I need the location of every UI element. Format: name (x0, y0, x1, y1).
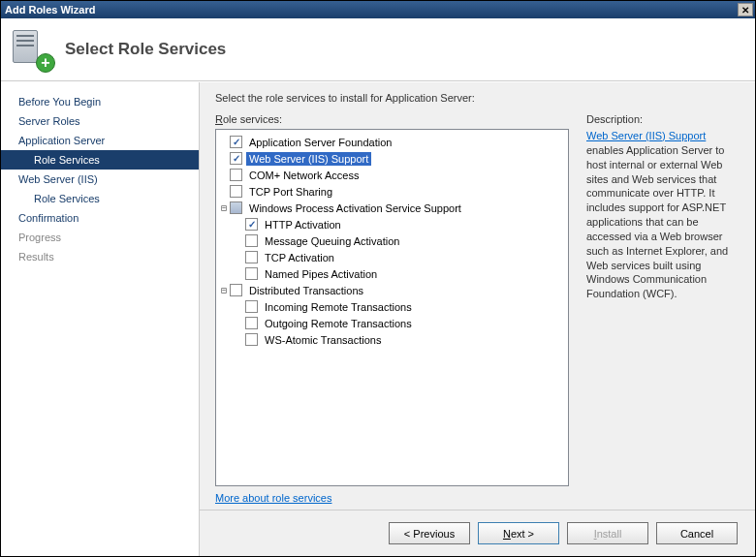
tree-item-distributed-transactions[interactable]: ⊟Distributed Transactions (218, 282, 566, 298)
instruction-text: Select the role services to install for … (215, 92, 740, 104)
checkbox-icon[interactable] (245, 267, 258, 280)
collapse-icon[interactable]: ⊟ (218, 285, 230, 295)
nav-web-server-iis[interactable]: Web Server (IIS) (1, 170, 199, 189)
checkbox-icon[interactable] (230, 136, 242, 148)
previous-button[interactable]: < Previous (389, 522, 470, 544)
titlebar: Add Roles Wizard ✕ (1, 1, 755, 18)
nav-progress: Progress (1, 228, 199, 247)
nav-role-services-appserver[interactable]: Role Services (1, 150, 199, 170)
tree-label: Web Server (IIS) Support (246, 152, 371, 166)
tree-item-app-server-foundation[interactable]: Application Server Foundation (218, 134, 566, 150)
description-label: Description: (586, 113, 740, 125)
tree-label: TCP Port Sharing (246, 185, 335, 199)
tree-item-com-plus[interactable]: COM+ Network Access (218, 167, 566, 183)
server-plus-icon: + (13, 30, 51, 69)
checkbox-icon[interactable] (245, 234, 258, 247)
wizard-window: Add Roles Wizard ✕ + Select Role Service… (0, 0, 756, 557)
tree-label: Incoming Remote Transactions (262, 300, 415, 314)
tree-item-msmq-activation[interactable]: Message Queuing Activation (218, 232, 566, 249)
tree-label: TCP Activation (262, 251, 337, 264)
close-button[interactable]: ✕ (738, 3, 753, 16)
window-title: Add Roles Wizard (5, 4, 95, 15)
tree-label: Message Queuing Activation (262, 234, 402, 248)
tree-label: Distributed Transactions (246, 284, 366, 297)
checkbox-icon[interactable] (230, 185, 242, 198)
tree-item-web-server-iis-support[interactable]: Web Server (IIS) Support (218, 150, 566, 167)
tree-label: WS-Atomic Transactions (262, 333, 384, 347)
description-body: enables Application Server to host inter… (586, 144, 728, 299)
tree-label: Windows Process Activation Service Suppo… (246, 201, 464, 215)
checkbox-icon[interactable] (245, 218, 258, 231)
cancel-button[interactable]: Cancel (656, 522, 738, 544)
wizard-header: + Select Role Services (1, 18, 755, 81)
wizard-nav: Before You Begin Server Roles Applicatio… (1, 82, 200, 556)
checkbox-icon[interactable] (245, 251, 258, 263)
wizard-body: Before You Begin Server Roles Applicatio… (1, 81, 755, 556)
nav-role-services-iis[interactable]: Role Services (1, 189, 199, 208)
description-text: Web Server (IIS) Support enables Applica… (586, 129, 740, 301)
close-icon: ✕ (741, 5, 749, 15)
tree-item-outgoing-remote-tx[interactable]: Outgoing Remote Transactions (218, 315, 566, 331)
nav-before-you-begin[interactable]: Before You Begin (1, 92, 199, 111)
tree-label: Outgoing Remote Transactions (262, 317, 415, 330)
checkbox-indeterminate-icon[interactable] (230, 201, 242, 214)
checkbox-icon[interactable] (230, 284, 242, 296)
tree-label: Application Server Foundation (246, 136, 394, 149)
checkbox-icon[interactable] (245, 333, 258, 346)
tree-item-tcp-port-sharing[interactable]: TCP Port Sharing (218, 183, 566, 200)
page-title: Select Role Services (65, 40, 226, 59)
tree-item-tcp-activation[interactable]: TCP Activation (218, 249, 566, 265)
nav-application-server[interactable]: Application Server (1, 131, 199, 150)
tree-item-http-activation[interactable]: HTTP Activation (218, 216, 566, 232)
role-services-tree[interactable]: Application Server Foundation Web Server… (215, 129, 569, 486)
main-content: Select the role services to install for … (200, 82, 755, 510)
description-link[interactable]: Web Server (IIS) Support (586, 130, 706, 141)
checkbox-icon[interactable] (230, 152, 242, 165)
tree-item-ws-atomic-tx[interactable]: WS-Atomic Transactions (218, 331, 566, 348)
install-button: Install (567, 522, 648, 544)
nav-confirmation[interactable]: Confirmation (1, 208, 199, 228)
nav-server-roles[interactable]: Server Roles (1, 111, 199, 131)
main-panel: Select the role services to install for … (200, 82, 755, 556)
tree-label: Named Pipes Activation (262, 267, 380, 281)
checkbox-icon[interactable] (245, 317, 258, 329)
collapse-icon[interactable]: ⊟ (218, 202, 230, 213)
role-services-label: Role services: (215, 113, 569, 125)
button-row: < Previous Next > Install Cancel (200, 510, 755, 556)
nav-results: Results (1, 247, 199, 266)
checkbox-icon[interactable] (245, 300, 258, 313)
next-button[interactable]: Next > (478, 522, 559, 544)
tree-item-named-pipes-activation[interactable]: Named Pipes Activation (218, 265, 566, 282)
tree-item-incoming-remote-tx[interactable]: Incoming Remote Transactions (218, 298, 566, 315)
checkbox-icon[interactable] (230, 169, 242, 181)
tree-label: COM+ Network Access (246, 169, 362, 182)
tree-item-wpas-support[interactable]: ⊟Windows Process Activation Service Supp… (218, 200, 566, 216)
more-about-link[interactable]: More about role services (215, 492, 569, 504)
tree-label: HTTP Activation (262, 218, 344, 232)
